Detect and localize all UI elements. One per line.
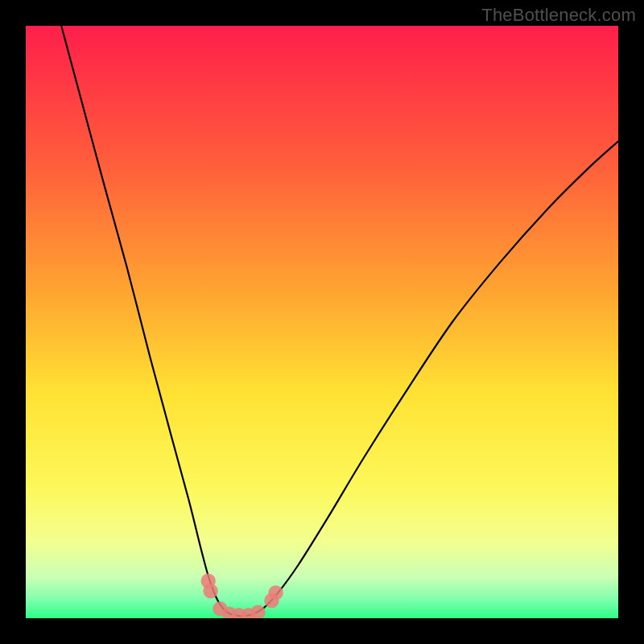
bottleneck-marker bbox=[203, 584, 217, 598]
watermark-text: TheBottleneck.com bbox=[481, 5, 636, 26]
chart-frame bbox=[26, 26, 618, 618]
bottleneck-chart bbox=[26, 26, 618, 618]
gradient-background bbox=[26, 26, 618, 618]
bottleneck-marker bbox=[268, 585, 283, 600]
